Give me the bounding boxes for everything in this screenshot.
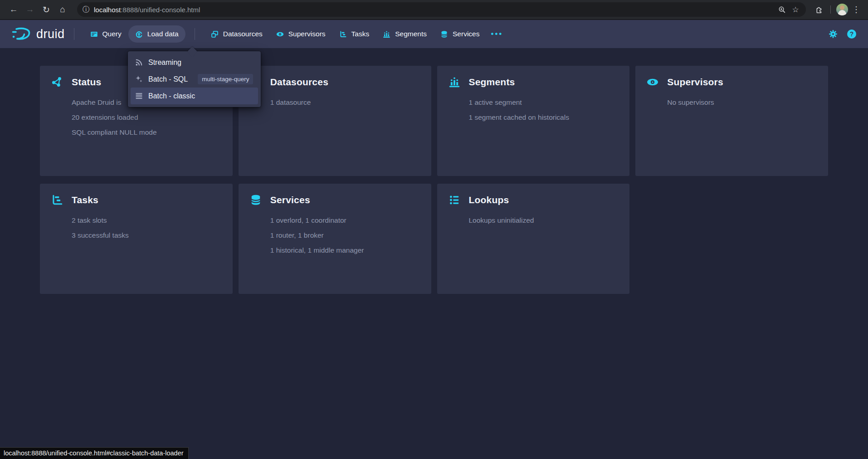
kebab-menu-icon: ⋮	[852, 5, 860, 14]
browser-toolbar: ← → ↻ ⌂ ⓘ localhost:8888/unified-console…	[0, 0, 868, 20]
address-bar[interactable]: ⓘ localhost:8888/unified-console.html ☆	[77, 2, 806, 17]
multicube-icon	[211, 30, 219, 38]
brand-name: druid	[36, 27, 65, 41]
nav-item-label: Supervisors	[288, 30, 326, 38]
nav-item-label: Datasources	[223, 30, 263, 38]
query-application-icon	[90, 30, 98, 38]
help-button[interactable]: ?	[847, 29, 856, 39]
card-title: Supervisors	[667, 77, 723, 88]
nav-item-supervisors[interactable]: Supervisors	[269, 25, 332, 43]
properties-list-icon	[448, 194, 461, 206]
supervisors-card[interactable]: Supervisors No supervisors	[635, 66, 828, 176]
segments-card[interactable]: Segments 1 active segment 1 segment cach…	[437, 66, 630, 176]
menu-item-batch-classic[interactable]: Batch - classic	[131, 88, 258, 104]
services-card[interactable]: Services 1 overlord, 1 coordinator 1 rou…	[239, 184, 431, 294]
card-title: Tasks	[72, 195, 98, 205]
browser-forward-button[interactable]: →	[22, 1, 38, 18]
nav-item-label: Services	[453, 30, 479, 38]
nav-item-tasks[interactable]: Tasks	[332, 25, 376, 43]
toolbar-separator	[830, 5, 831, 14]
segments-line: 1 active segment	[469, 95, 619, 110]
status-line: 20 extensions loaded	[72, 110, 222, 125]
nav-item-label: Segments	[395, 30, 427, 38]
services-line: 1 overlord, 1 coordinator	[270, 213, 420, 228]
home-icon: ⌂	[60, 5, 65, 15]
services-line: 1 historical, 1 middle manager	[270, 243, 420, 258]
reload-icon: ↻	[43, 5, 50, 15]
graph-icon	[51, 76, 63, 88]
lookups-line: Lookups uninitialized	[469, 213, 619, 228]
back-icon: ←	[10, 5, 18, 15]
url-text: localhost:8888/unified-console.html	[94, 6, 775, 14]
nav-item-datasources[interactable]: Datasources	[204, 25, 269, 43]
nav-item-services[interactable]: Services	[434, 25, 486, 43]
nav-item-load-data[interactable]: Load data	[128, 25, 185, 43]
card-title: Datasources	[270, 77, 328, 88]
browser-home-button[interactable]: ⌂	[54, 1, 71, 18]
nav-item-label: Query	[102, 30, 122, 38]
feed-icon	[135, 58, 143, 67]
navbar-divider	[195, 28, 195, 40]
navbar-divider	[74, 28, 74, 40]
bar-chart-icon	[448, 76, 461, 88]
cloud-upload-icon	[135, 30, 143, 38]
more-dots-icon: •••	[491, 29, 503, 38]
url-host: localhost	[94, 6, 121, 14]
menu-item-batch-sql[interactable]: Batch - SQL multi-stage-query	[131, 71, 258, 88]
forward-icon: →	[26, 5, 34, 15]
link-preview-statusbar: localhost:8888/unified-console.html#clas…	[0, 447, 189, 459]
nav-item-label: Tasks	[351, 30, 370, 38]
menu-item-label: Streaming	[148, 59, 181, 67]
lookups-card[interactable]: Lookups Lookups uninitialized	[437, 184, 630, 294]
list-icon	[135, 92, 143, 100]
eye-icon	[276, 30, 284, 38]
services-line: 1 router, 1 broker	[270, 228, 420, 243]
menu-item-label: Batch - classic	[148, 92, 195, 100]
browser-reload-button[interactable]: ↻	[38, 1, 54, 18]
datasources-line: 1 datasource	[270, 95, 420, 110]
database-icon	[249, 194, 262, 206]
link-preview-text: localhost:8888/unified-console.html#clas…	[4, 449, 184, 457]
eye-icon	[646, 76, 659, 88]
msq-badge: multi-stage-query	[198, 74, 253, 84]
question-mark-icon: ?	[850, 30, 854, 38]
puzzle-icon	[814, 5, 824, 15]
magnifier-icon	[778, 6, 786, 14]
gantt-chart-icon	[339, 30, 347, 38]
app-navbar: druid Query Load data Datasources	[0, 20, 868, 48]
zoom-page-icon[interactable]	[775, 3, 789, 16]
datasources-card[interactable]: Datasources 1 datasource	[239, 66, 431, 176]
status-line: SQL compliant NULL mode	[72, 125, 222, 140]
url-path: :8888/unified-console.html	[121, 6, 200, 14]
menu-item-label: Batch - SQL	[148, 75, 188, 83]
site-info-icon[interactable]: ⓘ	[83, 5, 90, 15]
nav-item-segments[interactable]: Segments	[376, 25, 434, 43]
nav-more-button[interactable]: •••	[486, 27, 507, 41]
supervisors-line: No supervisors	[667, 95, 817, 110]
nav-item-label: Load data	[147, 30, 179, 38]
tasks-card[interactable]: Tasks 2 task slots 3 successful tasks	[40, 184, 233, 294]
card-title: Services	[270, 195, 310, 205]
sparkles-icon	[135, 75, 143, 83]
gantt-chart-icon	[51, 194, 63, 206]
segments-line: 1 segment cached on historicals	[469, 110, 619, 125]
browser-menu-button[interactable]: ⋮	[850, 5, 863, 15]
browser-back-button[interactable]: ←	[5, 1, 22, 18]
profile-avatar[interactable]	[836, 4, 848, 15]
bookmark-star-button[interactable]: ☆	[789, 3, 802, 16]
card-title: Lookups	[469, 195, 509, 205]
nav-item-query[interactable]: Query	[83, 25, 128, 43]
bar-chart-icon	[383, 30, 390, 38]
database-icon	[440, 30, 448, 38]
settings-gear-icon[interactable]	[828, 29, 838, 39]
star-icon: ☆	[792, 5, 799, 15]
load-data-dropdown: Streaming Batch - SQL multi-stage-query …	[128, 51, 261, 107]
tasks-line: 3 successful tasks	[72, 228, 222, 243]
menu-item-streaming[interactable]: Streaming	[131, 54, 258, 71]
card-title: Segments	[469, 77, 515, 88]
card-title: Status	[72, 77, 101, 88]
druid-logo[interactable]: druid	[11, 27, 65, 41]
druid-swirl-icon	[11, 27, 32, 41]
extensions-button[interactable]	[810, 1, 827, 18]
tasks-line: 2 task slots	[72, 213, 222, 228]
